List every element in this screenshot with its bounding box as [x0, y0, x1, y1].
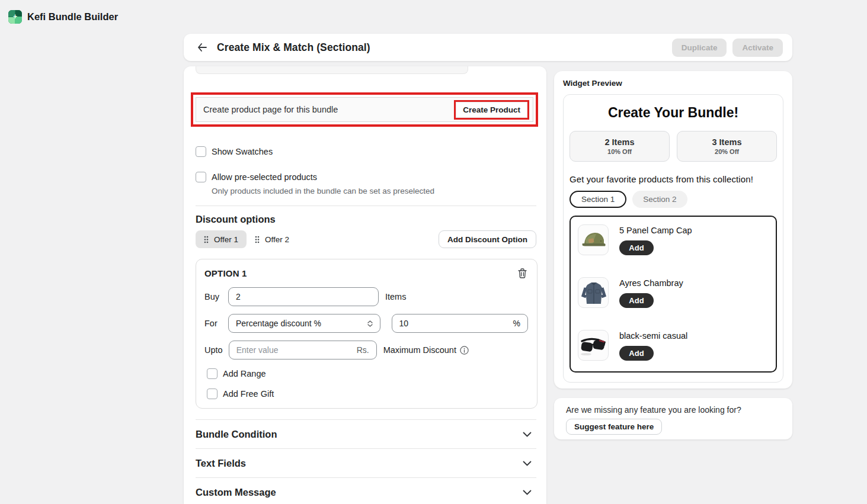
product-row: Ayres Chambray Add	[578, 277, 769, 308]
buy-row: Buy Items	[204, 287, 528, 306]
tier-off-label: 20% Off	[715, 148, 739, 155]
add-free-gift-checkbox[interactable]	[207, 389, 217, 399]
widget-preview-frame: Create Your Bundle! 2 Items 10% Off 3 It…	[563, 94, 783, 383]
add-product-button[interactable]: Add	[619, 346, 654, 361]
add-product-button[interactable]: Add	[619, 293, 654, 308]
collection-subtitle: Get your favorite products from this col…	[570, 174, 777, 184]
discount-type-select[interactable]: Percentage discount %	[228, 314, 380, 333]
currency-suffix: Rs.	[357, 345, 369, 355]
divider	[196, 206, 536, 206]
add-discount-option-button[interactable]: Add Discount Option	[439, 230, 536, 248]
section-2-tab[interactable]: Section 2	[632, 191, 687, 208]
widget-preview-title: Widget Preview	[563, 79, 783, 88]
create-product-row: Create product page for this bundle Crea…	[196, 97, 533, 122]
chevron-down-icon	[523, 490, 532, 495]
page: + Kefi Bundle Builder Create Mix & Match…	[0, 0, 867, 504]
preselected-label: Allow pre-selected products	[212, 172, 317, 183]
upto-label: Upto	[204, 345, 223, 355]
option-1-card: OPTION 1 Buy Items For Percentage discou…	[196, 259, 538, 409]
page-title: Create Mix & Match (Sectional)	[217, 41, 370, 54]
chevron-down-icon	[523, 461, 532, 466]
preselected-checkbox[interactable]	[196, 172, 206, 182]
annotation-button-box: Create Product	[454, 100, 529, 120]
top-bar: + Kefi Bundle Builder	[0, 0, 867, 34]
discount-value-field: %	[392, 314, 528, 333]
tier-3-items-button[interactable]: 3 Items 20% Off	[677, 131, 777, 162]
product-image-jacket	[578, 277, 609, 308]
discount-options-heading: Discount options	[196, 214, 536, 225]
back-button[interactable]	[194, 40, 210, 55]
select-caret-icon	[367, 320, 373, 327]
activate-button[interactable]: Activate	[732, 38, 783, 57]
text-fields-label: Text Fields	[196, 458, 246, 469]
show-swatches-row: Show Swatches	[196, 146, 536, 158]
add-product-button[interactable]: Add	[619, 240, 654, 255]
product-name: 5 Panel Camp Cap	[619, 226, 692, 235]
drag-handle-icon[interactable]	[255, 236, 260, 243]
items-label: Items	[385, 292, 406, 301]
back-arrow-icon	[197, 43, 207, 52]
suggest-feature-button[interactable]: Suggest feature here	[566, 419, 662, 435]
header-actions: Duplicate Activate	[672, 38, 783, 57]
custom-message-label: Custom Message	[196, 487, 276, 498]
for-label: For	[204, 319, 222, 328]
section-1-tab[interactable]: Section 1	[570, 191, 626, 208]
show-swatches-label: Show Swatches	[212, 146, 273, 158]
preselected-row: Allow pre-selected products	[196, 172, 536, 183]
max-discount-field: Rs.	[229, 341, 377, 359]
tier-off-label: 10% Off	[607, 148, 632, 155]
for-row: For Percentage discount % %	[204, 314, 528, 333]
bundle-form-card: Create product page for this bundle Crea…	[184, 66, 546, 504]
bundle-condition-section[interactable]: Bundle Condition	[196, 420, 536, 449]
product-row: 5 Panel Camp Cap Add	[578, 224, 769, 255]
offer-1-tab[interactable]: Offer 1	[196, 230, 247, 248]
add-free-gift-row: Add Free Gift	[207, 389, 528, 400]
add-range-row: Add Range	[207, 368, 528, 380]
feature-question: Are we missing any feature you are looki…	[566, 405, 780, 415]
discount-type-value: Percentage discount %	[236, 319, 321, 328]
drag-handle-icon[interactable]	[204, 236, 209, 243]
info-icon[interactable]	[460, 346, 469, 355]
scrolled-field-remnant	[196, 66, 468, 74]
tier-items-label: 3 Items	[712, 137, 742, 147]
duplicate-button[interactable]: Duplicate	[672, 38, 727, 57]
product-row: black-semi casual Add	[578, 330, 769, 361]
tier-buttons: 2 Items 10% Off 3 Items 20% Off	[570, 131, 777, 162]
bundle-condition-label: Bundle Condition	[196, 429, 277, 440]
upto-row: Upto Rs. Maximum Discount	[204, 341, 528, 359]
option-1-title: OPTION 1	[204, 268, 247, 278]
custom-message-section[interactable]: Custom Message	[196, 478, 536, 504]
max-discount-label: Maximum Discount	[383, 345, 456, 355]
product-image-sunglasses	[578, 330, 609, 361]
bundle-widget-heading: Create Your Bundle!	[570, 105, 777, 121]
add-range-checkbox[interactable]	[207, 368, 217, 379]
delete-option-button[interactable]	[517, 267, 528, 280]
product-list: 5 Panel Camp Cap Add Ayres Chambray Add	[570, 216, 777, 373]
discount-value-input[interactable]	[399, 319, 513, 328]
buy-quantity-input[interactable]	[228, 287, 379, 306]
add-free-gift-label: Add Free Gift	[223, 389, 274, 400]
app-title: Kefi Bundle Builder	[27, 11, 118, 23]
create-product-button[interactable]: Create Product	[456, 102, 527, 118]
product-name: Ayres Chambray	[619, 278, 683, 288]
percent-suffix: %	[513, 319, 520, 328]
create-product-label: Create product page for this bundle	[203, 105, 338, 114]
offer-2-tab[interactable]: Offer 2	[247, 230, 297, 248]
buy-label: Buy	[204, 292, 222, 301]
app-logo-icon: +	[8, 10, 22, 24]
offer-1-label: Offer 1	[214, 235, 238, 244]
tier-2-items-button[interactable]: 2 Items 10% Off	[570, 131, 670, 162]
offer-2-label: Offer 2	[265, 235, 289, 244]
product-image-cap	[578, 224, 609, 255]
chevron-down-icon	[523, 432, 532, 437]
trash-icon	[518, 268, 527, 278]
offers-tabbar: Offer 1 Offer 2 Add Discount Option	[196, 230, 536, 248]
show-swatches-checkbox[interactable]	[196, 146, 206, 157]
product-name: black-semi casual	[619, 331, 687, 341]
max-discount-input[interactable]	[236, 345, 357, 355]
preselected-help-text: Only products included in the bundle can…	[212, 187, 536, 195]
text-fields-section[interactable]: Text Fields	[196, 449, 536, 478]
section-tabs: Section 1 Section 2	[570, 191, 777, 208]
tier-items-label: 2 Items	[605, 137, 635, 147]
page-header: Create Mix & Match (Sectional) Duplicate…	[184, 34, 792, 61]
